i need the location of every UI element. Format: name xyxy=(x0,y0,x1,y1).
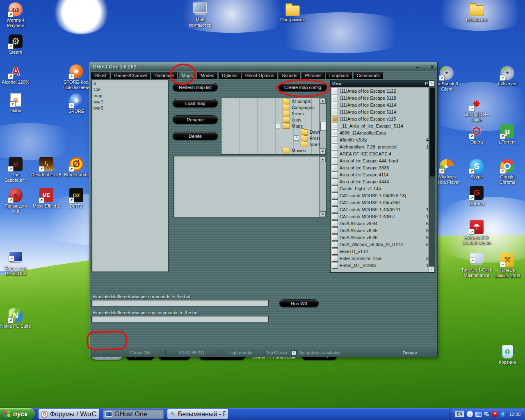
delete-button[interactable]: Delete xyxy=(173,132,218,140)
desktop-icon-borderlands[interactable]: Ø↗Borderlands xyxy=(61,157,92,178)
map-row[interactable]: Elder Scrolls IV. 2.5a3 9 xyxy=(331,255,435,262)
desktop-icon-programs-folder[interactable]: Программы xyxy=(277,2,308,23)
scroll-down-icon[interactable]: v xyxy=(429,266,435,272)
scroll-up-icon[interactable]: ▲ xyxy=(320,156,326,162)
expand-icon[interactable]: + xyxy=(294,135,299,141)
desktop-icon-worms4[interactable]: ω↗Worms 4 Mayhem xyxy=(0,2,31,28)
paint-task[interactable]: ✎Безымянный - Paint xyxy=(167,409,228,419)
map-row[interactable]: Area of Ice Escape 33332 xyxy=(331,164,435,171)
list-item[interactable]: 6 xyxy=(94,80,167,87)
run-w3-button[interactable]: Run W3 xyxy=(279,299,319,307)
start-button[interactable]: пуск xyxy=(0,408,35,420)
map-row[interactable]: Afterlife v3.8z4 0 xyxy=(331,136,435,143)
tree-item[interactable]: Movies xyxy=(221,147,326,153)
map-row[interactable]: Castle_Fight_v1.14b8 xyxy=(331,185,435,192)
tab-commands[interactable]: Commands xyxy=(354,72,383,79)
map-row[interactable]: (11)Area of ice Escape 41142 xyxy=(331,101,435,108)
rename-button[interactable]: Rename xyxy=(173,115,218,124)
tree-item[interactable]: Download xyxy=(221,129,326,135)
desktop-icon-alcohol[interactable]: A↗Alcohol 120% xyxy=(0,64,31,85)
network-tray-icon[interactable] xyxy=(484,412,490,417)
desktop-icon-ghostone-shortcut[interactable]: ↗Ярлык для GHostOne xyxy=(0,251,31,276)
map-row[interactable]: (11)Area of ice Escape v1154 xyxy=(331,115,435,122)
map-row[interactable]: Alchogolism_7.28_protected1 8 xyxy=(331,143,435,150)
list-item[interactable]: map xyxy=(94,93,167,99)
map-row[interactable]: Area of Ice Escape 444_hard2 xyxy=(331,157,435,164)
security-shield-icon[interactable]: ? xyxy=(500,411,505,417)
load-map-button[interactable]: Load map xyxy=(173,99,218,107)
avira-tray-icon[interactable]: ☂ xyxy=(492,411,498,417)
tab-games-channel[interactable]: Games/Channel xyxy=(111,72,150,79)
desktop-icon-tuneup-1click[interactable]: ↗TuneUp 1-Click Maintenance xyxy=(461,253,492,278)
opera-task[interactable]: OФорумы / WarCraft I... xyxy=(39,409,99,419)
tree-item[interactable]: Errors xyxy=(221,110,326,116)
desktop-icon-utorrent[interactable]: µ↗µTorrent xyxy=(492,124,523,145)
tree-item[interactable]: +FrozenTh xyxy=(221,135,326,141)
list-item[interactable]: Cat xyxy=(94,87,167,93)
window-titlebar[interactable]: GHost One 1.6.262 – □ X xyxy=(90,63,437,71)
whisper-input[interactable] xyxy=(91,300,269,306)
tab-maps[interactable]: Maps xyxy=(178,72,196,79)
map-row[interactable]: AREA OF ICE ESCAPE 42 xyxy=(331,150,435,157)
map-row[interactable]: (11)Area of ice Escape 11224 xyxy=(331,87,435,94)
display-tray-icon[interactable] xyxy=(475,412,482,417)
desktop-icon-spore-adventures[interactable]: ✹↗SPORE-Кос. Приключени xyxy=(61,64,92,90)
folder-tree[interactable]: AI ScriptsCampaignsErrorsLogs-MapsDownlo… xyxy=(221,98,326,155)
map-row[interactable]: CAT catch MOUSE 1.40RU1 2 xyxy=(331,213,435,220)
tab-modes[interactable]: Modes xyxy=(197,72,217,79)
tab-database[interactable]: Database xyxy=(151,72,177,79)
tree-item[interactable]: Logs xyxy=(221,116,326,123)
create-map-config-button[interactable]: Create map config xyxy=(278,83,327,91)
scroll-track[interactable] xyxy=(429,87,435,266)
collapse-icon[interactable]: - xyxy=(276,123,281,128)
tab-ghost-options[interactable]: Ghost Options xyxy=(242,72,277,79)
map-row[interactable]: Enfos_MT_V190b1 5 xyxy=(331,262,435,269)
desktop-icon-dirt2[interactable]: D2↗DiRT2 xyxy=(61,188,92,209)
tree-item[interactable]: Scenario xyxy=(221,141,326,147)
scroll-thumb[interactable] xyxy=(429,88,435,177)
map-list-scrollbar[interactable]: ^ v xyxy=(429,80,435,272)
scroll-down-icon[interactable]: ▼ xyxy=(320,148,326,154)
tab-ghost[interactable]: Ghost xyxy=(91,72,110,79)
scroll-thumb[interactable] xyxy=(320,122,326,131)
map-row[interactable]: Area of ice Escape 41142 xyxy=(331,171,435,178)
desktop-icon-ghostone-folder[interactable]: GHostOne xyxy=(461,2,492,23)
whisper-say-input[interactable] xyxy=(91,316,269,322)
tab-loopback[interactable]: Loopback xyxy=(326,72,352,79)
map-info-box[interactable]: ▲ ▼ xyxy=(173,156,326,217)
desktop-icon-strongdc[interactable]: ✸↗StrongDC++ sqlite xyxy=(461,97,492,123)
desktop-icon-garena[interactable]: G↗Garena xyxy=(461,186,492,206)
desktop-icon-recycle-bin[interactable]: ♻Корзина xyxy=(492,345,523,365)
donate-link[interactable]: Donate xyxy=(403,350,417,355)
config-file-list[interactable]: 6Catmapwar1war2 xyxy=(91,79,169,272)
desktop-icon-my-computer[interactable]: Мой компьютер xyxy=(185,2,216,28)
list-item[interactable]: war1 xyxy=(94,99,167,105)
tab-phrases[interactable]: Phrases xyxy=(301,72,324,79)
map-row[interactable]: CAT catch MOUSE 1.04(09.9.13)7 xyxy=(331,192,435,199)
language-indicator[interactable]: EN xyxy=(455,411,465,417)
desktop-icon-spore[interactable]: ✺↗SPORE xyxy=(61,94,92,114)
desktop-icon-opera[interactable]: O↗Opera xyxy=(461,124,492,145)
desktop-icon-avira[interactable]: ☂↗Avira AntiVir Control Center xyxy=(461,220,492,246)
column-name[interactable]: Имя xyxy=(331,81,408,86)
tab-sounds[interactable]: Sounds xyxy=(278,72,300,79)
scroll-up-icon[interactable]: ^ xyxy=(429,80,435,87)
close-icon[interactable]: X xyxy=(430,64,434,70)
updates-checkbox[interactable]: ✓ xyxy=(291,350,297,356)
tree-item[interactable]: Campaigns xyxy=(221,104,326,110)
minimize-icon[interactable]: – xyxy=(416,64,419,70)
desktop-icon-resident-evil-5[interactable]: ϟ↗Resident Evil 5 xyxy=(31,157,62,178)
map-file-list[interactable]: Имя Р (11)Area of ice Escape 11224(11)Ar… xyxy=(330,80,435,273)
desktop-icon-tuneup-2009[interactable]: ⚒↗TuneUp Utilities 2009 xyxy=(492,253,523,278)
maximize-icon[interactable]: □ xyxy=(423,64,426,70)
map-row[interactable]: Area of Ice Escape 44442 xyxy=(331,178,435,185)
ghostone-task[interactable]: GHost One xyxy=(103,409,164,419)
map-row[interactable]: (11)Area of ice Escape 31182 xyxy=(331,94,435,101)
desktop-icon-saboteur[interactable]: ☠↗The Saboteur™ xyxy=(0,157,31,183)
map-row[interactable]: CAT catch MOUSE 1.40(09.11....1 1 xyxy=(331,206,435,213)
refresh-map-list-button[interactable]: Refresh map list xyxy=(173,83,218,91)
tree-scrollbar[interactable]: ▲ ▼ xyxy=(320,98,326,154)
map-row[interactable]: DotA Allstars v6.645 6 xyxy=(331,220,435,227)
map-list-header[interactable]: Имя Р xyxy=(331,80,435,87)
desktop-icon-google-chrome[interactable]: ↗Google Chrome xyxy=(492,159,523,185)
